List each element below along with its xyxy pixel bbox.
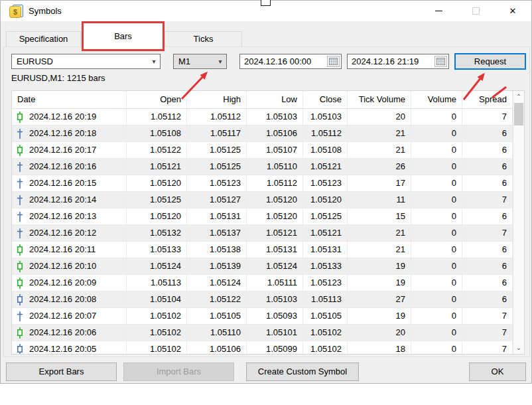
table-row[interactable]: 2024.12.16 20:121.051321.051371.051211.0… [12,225,524,242]
create-custom-symbol-button[interactable]: Create Custom Symbol [246,363,359,381]
cell-close: 1.05102 [303,325,348,341]
table-row[interactable]: 2024.12.16 20:071.051021.051051.050931.0… [12,308,524,325]
cell-date: 2024.12.16 20:16 [12,159,127,175]
date-to-field[interactable]: 2024.12.16 21:19 [347,54,449,69]
timeframe-combo-value: M1 [178,56,190,66]
column-header-high[interactable]: High [187,91,247,108]
cell-low: 1.05101 [247,325,303,341]
close-button[interactable]: ✕ [494,1,531,21]
cell-spread: 6 [462,159,513,175]
cell-date: 2024.12.16 20:13 [12,208,127,224]
column-header-low[interactable]: Low [247,91,303,108]
cell-open: 1.05124 [127,258,187,274]
table-row[interactable]: 2024.12.16 20:151.051201.051231.051121.0… [12,175,524,192]
column-header-close[interactable]: Close [303,91,348,108]
candle-down-blue-icon [17,294,23,305]
table-row[interactable]: 2024.12.16 20:111.051331.051381.051311.0… [12,242,524,258]
date-from-field[interactable]: 2024.12.16 00:00 [239,54,342,69]
tab-specification[interactable]: Specification [6,31,81,47]
cell-spread: 6 [462,242,513,258]
minimize-button[interactable] [420,1,457,21]
export-bars-button[interactable]: Export Bars [6,363,117,381]
symbols-dialog: $ Symbols ✕ Specification Ticks Bars EUR… [0,0,532,384]
column-header-open[interactable]: Open [127,91,187,108]
column-header-spread[interactable]: Spread [462,91,513,108]
cell-open: 1.05108 [127,125,187,141]
ok-button[interactable]: OK [469,363,526,381]
maximize-button [457,1,494,21]
table-row[interactable]: 2024.12.16 20:081.051041.051221.051031.0… [12,291,524,308]
calendar-picker-button[interactable] [327,56,340,67]
tab-bars[interactable]: Bars [114,31,132,41]
cell-date: 2024.12.16 20:11 [12,242,127,258]
doji-cross-blue-icon [17,211,23,222]
cell-close: 1.05113 [303,291,348,307]
cell-date: 2024.12.16 20:12 [12,225,127,241]
symbol-combo[interactable]: EURUSD ▾ [11,54,161,69]
tab-ticks[interactable]: Ticks [165,31,242,47]
column-header-tick_volume[interactable]: Tick Volume [348,91,411,108]
cell-high: 1.05138 [187,242,247,258]
chevron-down-icon: ⌄ [516,344,521,351]
cell-low: 1.05099 [247,341,303,355]
cell-date: 2024.12.16 20:09 [12,275,127,291]
cell-close: 1.05105 [303,308,348,324]
cell-close: 1.05120 [303,192,348,208]
cell-low: 1.05103 [247,291,303,307]
calendar-picker-button[interactable] [434,56,447,67]
cell-volume: 0 [411,291,462,307]
cell-spread: 7 [462,109,513,125]
doji-cross-blue-icon [17,195,23,206]
cell-high: 1.05112 [187,109,247,125]
cell-tick_volume: 19 [348,275,411,291]
cell-high: 1.05124 [187,275,247,291]
table-row[interactable]: 2024.12.16 20:171.051221.051251.051071.0… [12,142,524,159]
cell-high: 1.05106 [187,341,247,355]
scrollbar-thumb[interactable] [514,103,523,125]
timeframe-combo[interactable]: M1 ▾ [173,54,227,69]
cell-tick_volume: 20 [348,325,411,341]
table-row[interactable]: 2024.12.16 20:131.051201.051311.051201.0… [12,208,524,225]
cell-tick_volume: 17 [348,175,411,191]
doji-cross-blue-icon [17,228,23,239]
cell-low: 1.05103 [247,109,303,125]
cell-volume: 0 [411,175,462,191]
cell-low: 1.05112 [247,175,303,191]
table-row[interactable]: 2024.12.16 20:091.051131.051241.051111.0… [12,275,524,291]
cell-spread: 6 [462,125,513,141]
candle-up-green-icon [17,112,23,123]
table-row[interactable]: 2024.12.16 20:061.051021.051101.051011.0… [12,325,524,341]
table-row[interactable]: 2024.12.16 20:161.051211.051251.051101.0… [12,159,524,175]
cell-tick_volume: 11 [348,192,411,208]
request-button[interactable]: Request [454,53,526,70]
cell-tick_volume: 27 [348,291,411,307]
scroll-down-button[interactable]: ⌄ [513,342,524,353]
cell-volume: 0 [411,225,462,241]
cell-close: 1.05123 [303,275,348,291]
cell-spread: 6 [462,142,513,158]
vertical-scrollbar: ⌃ ⌄ [513,91,524,354]
column-header-date[interactable]: Date [12,91,127,108]
candle-up-green-icon [17,145,23,156]
cell-low: 1.05093 [247,308,303,324]
scroll-up-button[interactable]: ⌃ [513,91,524,102]
cell-date: 2024.12.16 20:08 [12,291,127,307]
cell-close: 1.05121 [303,225,348,241]
cell-tick_volume: 19 [348,308,411,324]
column-header-volume[interactable]: Volume [411,91,462,108]
cell-tick_volume: 21 [348,225,411,241]
table-row[interactable]: 2024.12.16 20:051.051021.051061.050991.0… [12,341,524,355]
cell-high: 1.05125 [187,142,247,158]
table-row[interactable]: 2024.12.16 20:101.051241.051391.051241.0… [12,258,524,275]
cell-spread: 7 [462,325,513,341]
cell-open: 1.05112 [127,109,187,125]
table-row[interactable]: 2024.12.16 20:181.051081.051171.051061.0… [12,125,524,142]
cell-low: 1.05120 [247,192,303,208]
cell-low: 1.05111 [247,275,303,291]
cell-date: 2024.12.16 20:14 [12,192,127,208]
date-from-value: 2024.12.16 00:00 [244,56,311,66]
cell-volume: 0 [411,308,462,324]
table-row[interactable]: 2024.12.16 20:191.051121.051121.051031.0… [12,109,524,125]
table-row[interactable]: 2024.12.16 20:141.051251.051271.051201.0… [12,192,524,208]
cell-tick_volume: 21 [348,125,411,141]
